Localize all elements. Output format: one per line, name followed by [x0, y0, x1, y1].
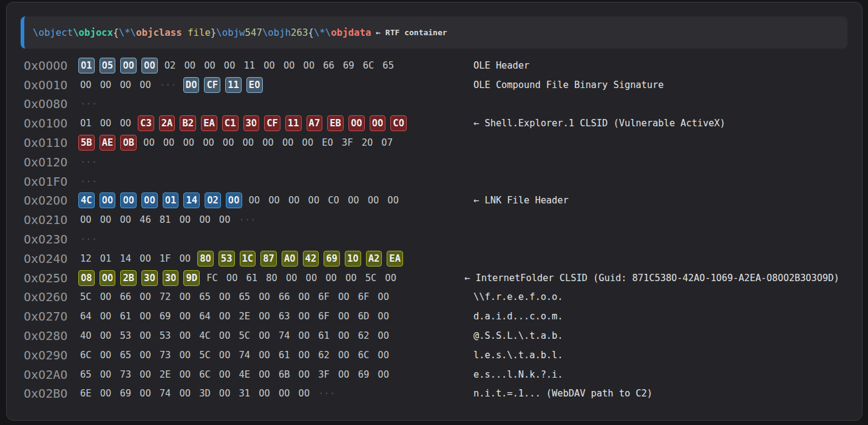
zero-glyph: 0 — [145, 311, 151, 322]
zero-glyph: 0 — [60, 232, 67, 246]
zero-glyph: 0 — [24, 193, 31, 208]
zero-glyph: 0 — [38, 97, 46, 111]
zero-glyph: 0 — [225, 369, 230, 380]
zero-glyph: 0 — [126, 118, 131, 129]
zero-glyph: 0 — [38, 290, 46, 304]
zero-glyph: 0 — [38, 155, 46, 169]
zero-glyph: 0 — [185, 253, 191, 264]
zero-glyph: 0 — [24, 386, 31, 401]
zero-glyph: 0 — [145, 350, 151, 361]
row-annotation: l.e.s.\.t.a.b.l. — [473, 350, 563, 361]
zero-glyph: 0 — [38, 386, 46, 401]
zero-glyph: 0 — [223, 137, 228, 148]
zero-glyph: 0 — [351, 118, 356, 129]
hex-byte-highlight-b2: 14 — [183, 192, 200, 208]
zero-glyph: 0 — [290, 253, 295, 264]
zero-glyph: 0 — [60, 155, 67, 169]
zero-glyph: 0 — [120, 214, 125, 225]
zero-glyph: 0 — [145, 253, 151, 264]
offset-label: 0x0270 — [24, 309, 78, 324]
zero-glyph: 0 — [106, 311, 111, 322]
hex-row-0x0270: 0x027064006100690064002E0063006F006D00d.… — [24, 307, 862, 326]
zero-glyph: 0 — [140, 253, 145, 264]
zero-glyph: 0 — [185, 388, 191, 399]
zero-glyph: 0 — [100, 80, 106, 90]
hex-byte: 00 — [287, 193, 302, 208]
hex-byte: 00 — [177, 212, 192, 227]
zero-glyph: 0 — [232, 273, 237, 284]
zero-glyph: 0 — [381, 137, 387, 148]
hex-row-0x02A0: 0x02A0650073002E006C004E006B003F006900e.… — [24, 365, 862, 384]
hex-byte-highlight-r: EB — [327, 115, 344, 131]
zero-glyph: 0 — [100, 330, 106, 341]
zero-glyph: 0 — [38, 367, 46, 382]
zero-glyph: 0 — [183, 137, 188, 148]
hex-byte: 02 — [163, 58, 178, 73]
zero-glyph: 0 — [219, 330, 225, 341]
offset-label: 0x0250 — [24, 271, 78, 285]
zero-glyph: 0 — [100, 214, 106, 225]
hex-byte: 00 — [141, 135, 157, 150]
offset-label: 0x0000 — [24, 58, 78, 73]
zero-glyph: 0 — [190, 60, 195, 71]
hex-byte: 74 — [237, 348, 253, 362]
zero-glyph: 0 — [378, 118, 383, 129]
hex-row-0x0260: 0x02605C00660072006500650066006F006F00\\… — [24, 288, 862, 307]
zero-glyph: 0 — [140, 291, 145, 302]
zero-glyph: 0 — [24, 290, 31, 304]
hex-byte-highlight-r: A7 — [307, 115, 323, 131]
hex-row-0x0120: 0x0120··· — [24, 152, 862, 172]
zero-glyph: 0 — [219, 369, 225, 380]
hex-byte: 11 — [242, 58, 257, 73]
zero-glyph: 0 — [299, 311, 304, 322]
zero-glyph: 0 — [783, 273, 788, 284]
zero-glyph: 0 — [60, 97, 67, 111]
zero-glyph: 0 — [60, 271, 67, 285]
rtf-token-blue-0: \object — [33, 27, 73, 38]
hex-byte: 00 — [98, 309, 114, 324]
rtf-header-annotation: ← RTF container — [371, 28, 447, 37]
zero-glyph: 0 — [126, 214, 131, 225]
zero-glyph: 0 — [38, 271, 46, 285]
hex-byte-highlight-g: 80 — [197, 251, 214, 267]
hex-byte: 00 — [98, 328, 114, 343]
hex-byte: 00 — [277, 386, 292, 401]
zero-glyph: 0 — [38, 174, 46, 189]
hex-byte: 00 — [98, 212, 114, 227]
zero-glyph: 0 — [345, 273, 351, 284]
hex-byte: 00 — [217, 309, 232, 324]
offset-label: 0x0110 — [24, 135, 78, 150]
hex-byte: 00 — [260, 135, 276, 150]
hex-byte-highlight-b2: 00 — [141, 192, 158, 208]
hex-byte: 00 — [376, 328, 391, 343]
hex-row-0x02B0: 0x02B06E00690074003D0031000000···n.i.t.=… — [24, 384, 862, 404]
zero-glyph: 0 — [86, 80, 91, 90]
hex-byte-highlight-r: EA — [201, 115, 217, 131]
offset-label: 0x0230 — [24, 232, 78, 246]
zero-glyph: 0 — [100, 388, 106, 399]
hex-byte: 63 — [277, 309, 292, 324]
hex-byte: 65 — [381, 58, 396, 73]
zero-glyph: 0 — [304, 291, 310, 302]
row-annotation: e.s...l.N.k.?.i. — [473, 369, 563, 380]
zero-glyph: 0 — [265, 291, 270, 302]
rtf-token-blue-7: \objw — [216, 27, 245, 38]
zero-glyph: 0 — [102, 60, 107, 71]
hex-byte: 00 — [98, 386, 114, 401]
zero-glyph: 0 — [372, 118, 378, 129]
zero-glyph: 0 — [60, 135, 67, 150]
hex-row-0x0230: 0x0230··· — [24, 229, 862, 249]
hex-byte: 00 — [225, 271, 240, 285]
hex-byte-highlight-r: AE — [100, 135, 116, 151]
byte-cells: ··· — [78, 97, 104, 111]
zero-glyph: 0 — [24, 116, 31, 131]
hex-byte: 69 — [356, 367, 371, 382]
row-annotation: ← LNK File Header — [473, 195, 569, 206]
zero-glyph: 0 — [299, 330, 304, 341]
zero-glyph: 0 — [171, 273, 176, 284]
zero-glyph: 0 — [145, 369, 151, 380]
zero-glyph: 0 — [385, 273, 390, 284]
zero-glyph: 0 — [331, 273, 337, 284]
zero-glyph: 0 — [270, 60, 275, 71]
zero-glyph: 0 — [348, 195, 353, 206]
